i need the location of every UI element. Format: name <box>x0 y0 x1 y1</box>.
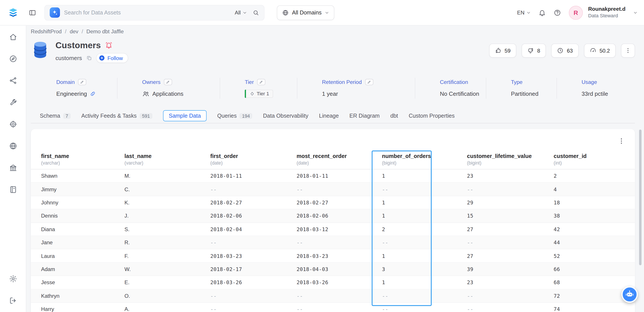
sidebar-docs-icon[interactable] <box>9 185 17 194</box>
cell-customer_lifetime_value: 27 <box>467 226 554 232</box>
tab-label: Sample Data <box>169 113 201 119</box>
recent-activity-button[interactable]: 63 <box>551 44 578 58</box>
chat-assistant-button[interactable] <box>622 286 638 302</box>
cell-first_order: 2018-02-06 <box>210 213 296 219</box>
sidebar-explore-icon[interactable] <box>9 55 17 63</box>
cell-number_of_orders: 1 <box>382 199 467 206</box>
meta-usage-label: Usage <box>582 79 597 85</box>
sidebar-institution-icon[interactable] <box>9 164 17 172</box>
sidebar-governance-icon[interactable] <box>9 120 17 128</box>
column-header-first_order[interactable]: first_order(date) <box>210 153 296 165</box>
all-domains-button[interactable]: All Domains <box>277 5 334 20</box>
tier-diamond-icon <box>250 91 255 96</box>
cell-most_recent_order: 2018-01-11 <box>296 173 382 179</box>
domain-link-icon[interactable] <box>90 91 96 96</box>
tab-queries[interactable]: Queries194 <box>217 113 252 119</box>
tier-badge: Tier 1 <box>245 89 273 98</box>
tab-er-diagram[interactable]: ER Diagram <box>350 113 380 119</box>
column-header-customer_id[interactable]: customer_id(int) <box>554 153 631 165</box>
table-options-kebab-icon[interactable] <box>618 137 625 145</box>
meta-retention-period-value: 1 year <box>322 90 338 97</box>
meta-retention-period-edit-icon[interactable] <box>365 79 373 85</box>
metadata-strip: DomainEngineeringOwnersApplicationsTierT… <box>31 78 635 99</box>
follow-label: Follow <box>108 55 123 61</box>
sample-data-panel: first_name(varchar)last_name(varchar)fir… <box>31 129 635 312</box>
sidebar-tools-icon[interactable] <box>9 98 17 107</box>
meta-type: TypePartitioned <box>486 78 556 99</box>
sidebar-web-icon[interactable] <box>9 142 17 150</box>
column-header-most_recent_order[interactable]: most_recent_order(date) <box>296 153 382 165</box>
cell-first_order: -- <box>210 239 296 246</box>
tab-activity-feeds-tasks[interactable]: Activity Feeds & Tasks591 <box>82 113 152 119</box>
tab-lineage[interactable]: Lineage <box>319 113 339 119</box>
user-avatar[interactable]: R <box>569 6 583 20</box>
tab-label: Queries <box>217 113 237 119</box>
cell-last_name: F. <box>124 253 210 259</box>
downvotes-button[interactable]: 8 <box>522 44 546 58</box>
breadcrumb-item[interactable]: RedshiftProd <box>31 28 62 34</box>
downvotes-icon <box>527 47 534 54</box>
help-icon[interactable] <box>554 9 561 16</box>
upvotes-count: 59 <box>504 48 510 54</box>
meta-owners: OwnersApplications <box>117 78 220 99</box>
tab-schema[interactable]: Schema7 <box>40 113 71 119</box>
sidebar-settings-icon[interactable] <box>9 275 17 283</box>
upvotes-button[interactable]: 59 <box>489 44 516 58</box>
cell-number_of_orders: 1 <box>382 279 467 285</box>
global-search-bar[interactable]: All <box>44 5 264 20</box>
cell-customer_id: 18 <box>554 199 631 206</box>
cell-customer_lifetime_value: 39 <box>467 266 554 272</box>
user-name: Rounakpreet.d <box>588 6 626 13</box>
language-dropdown[interactable]: EN <box>517 10 531 16</box>
scrollbar-thumb[interactable] <box>639 129 641 265</box>
tab-data-observability[interactable]: Data Observability <box>263 113 308 119</box>
column-header-number_of_orders[interactable]: number_of_orders(bigint) <box>382 153 467 165</box>
sidebar-toggle-button[interactable] <box>26 6 38 19</box>
search-icon[interactable] <box>252 9 259 16</box>
breadcrumb-item[interactable]: Demo dbt Jaffle <box>86 28 124 34</box>
search-scope-dropdown[interactable]: All <box>235 10 247 16</box>
user-menu-chevron-icon[interactable] <box>633 11 638 15</box>
meta-domain-edit-icon[interactable] <box>78 79 86 85</box>
tab-custom-properties[interactable]: Custom Properties <box>409 113 455 119</box>
cell-customer_id: 42 <box>554 226 631 232</box>
column-header-customer_lifetime_value[interactable]: customer_lifetime_value(bigint) <box>467 153 554 165</box>
follow-button[interactable]: Follow <box>96 53 128 63</box>
search-input[interactable] <box>64 10 231 16</box>
sidebar-home-icon[interactable] <box>9 33 17 41</box>
cell-number_of_orders: -- <box>382 186 467 192</box>
main-content: RedshiftProd/dev/Demo dbt Jaffle Custome… <box>26 26 644 312</box>
column-header-last_name[interactable]: last_name(varchar) <box>124 153 210 165</box>
alert-bell-icon[interactable] <box>105 42 112 49</box>
copy-icon[interactable] <box>86 55 92 61</box>
cell-most_recent_order: 2018-03-23 <box>296 253 382 259</box>
cell-customer_lifetime_value: 27 <box>467 253 554 259</box>
meta-tier-edit-icon[interactable] <box>257 79 266 85</box>
cell-most_recent_order: -- <box>296 293 382 299</box>
meta-owners-edit-icon[interactable] <box>164 79 172 85</box>
cell-most_recent_order: 2018-02-06 <box>296 213 382 219</box>
cell-number_of_orders: 1 <box>382 173 467 179</box>
breadcrumb-item[interactable]: dev <box>70 28 78 34</box>
table-row: KathrynO.--------72 <box>31 289 635 302</box>
asset-options-kebab-icon[interactable] <box>621 44 635 58</box>
user-info[interactable]: Rounakpreet.d Data Steward <box>588 6 626 19</box>
tab-dbt[interactable]: dbt <box>390 113 398 119</box>
cell-first_name: Dennis <box>41 213 124 219</box>
popularity-button[interactable]: 50.2 <box>584 44 616 58</box>
notifications-icon[interactable] <box>538 9 546 16</box>
app-logo-icon[interactable] <box>0 7 26 19</box>
recent-activity-icon <box>557 47 564 54</box>
column-header-first_name[interactable]: first_name(varchar) <box>41 153 124 165</box>
cell-customer_lifetime_value: 15 <box>467 213 554 219</box>
cell-customer_id: 68 <box>554 279 631 285</box>
sidebar-logout-icon[interactable] <box>9 296 17 305</box>
tab-sample-data[interactable]: Sample Data <box>163 110 206 121</box>
tab-label: Activity Feeds & Tasks <box>82 113 137 119</box>
cell-customer_lifetime_value: 29 <box>467 199 554 206</box>
table-row: JaneR.--------44 <box>31 236 635 249</box>
tab-label: Custom Properties <box>409 113 455 119</box>
ai-sparkle-icon[interactable] <box>50 8 60 18</box>
meta-certification: CertificationNo Certification <box>415 78 486 99</box>
sidebar-graph-icon[interactable] <box>9 76 17 85</box>
